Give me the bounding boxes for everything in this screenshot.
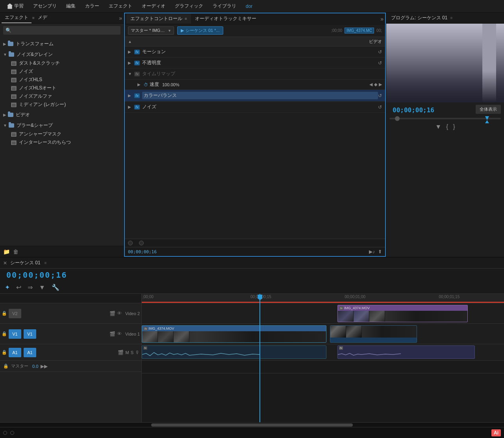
sequence-tab[interactable]: ▶ シーケンス 01 *... xyxy=(177,26,223,35)
fx-badge-timeremap: fx xyxy=(134,72,140,76)
sequence-menu-icon[interactable]: ≡ xyxy=(44,261,47,265)
status-circle-2[interactable] xyxy=(10,431,14,435)
v2-label-box: V2 xyxy=(9,309,21,318)
master-lock-icon[interactable]: 🔒 xyxy=(3,364,9,369)
clip-v1-img4374[interactable]: fx IMG_4374.MOV xyxy=(142,325,326,343)
tc-playhead-line xyxy=(259,294,260,422)
menu-item-dor[interactable]: dor xyxy=(242,2,256,11)
menu-item-library[interactable]: ライブラリ xyxy=(209,1,240,11)
speed-next[interactable]: ▶ xyxy=(379,82,382,87)
v2-track-name: Video 2 xyxy=(125,311,140,316)
fx-expand-motion[interactable]: ▶ xyxy=(128,50,133,54)
play-audio-btn[interactable]: ▶♪ xyxy=(369,249,375,254)
tl-tool-select[interactable]: ✦ xyxy=(3,283,11,292)
group-header-blur[interactable]: ▼ ブラー&シャープ xyxy=(0,121,124,130)
v2-eye-icon[interactable]: 👁 xyxy=(117,310,122,316)
effects-panel: エフェクト ≡ メデ » ▶ トランスフォーム ▼ ノイ xyxy=(0,13,124,257)
search-input[interactable] xyxy=(3,26,120,35)
menu-item-graphics[interactable]: グラフィック xyxy=(171,1,207,11)
playback-slider[interactable] xyxy=(389,118,501,119)
fx-row-noise[interactable]: ▶ fx ノイズ ↺ xyxy=(125,102,385,113)
center-panel-expand[interactable]: » xyxy=(380,16,384,22)
group-header-video[interactable]: ▶ ビデオ xyxy=(0,110,124,119)
tab-effects[interactable]: エフェクト xyxy=(2,13,32,23)
timeline-scrollbar[interactable] xyxy=(0,422,504,427)
group-header-transform[interactable]: ▶ トランスフォーム xyxy=(0,39,124,48)
a1-lock-icon[interactable]: 🔒 xyxy=(2,350,7,355)
clip-a1-1[interactable]: fx xyxy=(142,345,326,359)
clip-a1-2[interactable]: fx xyxy=(337,345,475,359)
ai-badge[interactable]: Ai xyxy=(491,429,501,436)
fx-expand-timeremap[interactable]: ▼ xyxy=(128,72,133,76)
a1-mic-icon[interactable]: 🎙 xyxy=(135,350,140,355)
collapse-arrow-video[interactable]: ▲ xyxy=(128,39,132,44)
clip-v1-img4374-b[interactable] xyxy=(330,325,417,343)
prog-trim-in-btn[interactable]: { xyxy=(446,123,448,130)
v1-clip-b-thumbnail xyxy=(330,326,417,338)
fx-row-opacity[interactable]: ▶ fx 不透明度 ↺ xyxy=(125,58,385,69)
fx-expand-noise[interactable]: ▶ xyxy=(128,105,133,109)
effect-noise[interactable]: ノイズ xyxy=(0,67,124,76)
fit-button[interactable]: 全体表示 xyxy=(476,105,501,114)
effect-noise-hls-auto[interactable]: ノイズHLSオート xyxy=(0,84,124,92)
new-folder-btn[interactable]: 📁 xyxy=(3,249,10,255)
export-btn[interactable]: ⬆ xyxy=(378,249,382,254)
tab-audio-mixer[interactable]: オーディオトラックミキサー xyxy=(191,14,260,24)
panel-expand-icon[interactable]: » xyxy=(119,15,122,21)
tl-tool-wrench[interactable]: 🔧 xyxy=(50,283,61,292)
clip-v2-img4374[interactable]: fx IMG_4374.MOV xyxy=(337,305,468,322)
a1-label-box-outer: A1 xyxy=(9,348,21,357)
menu-item-color[interactable]: カラー xyxy=(81,1,103,11)
tab-effect-controls[interactable]: エフェクトコントロール ≡ xyxy=(126,14,191,24)
tab-program-monitor[interactable]: プログラム: シーケンス 01 ≡ xyxy=(388,13,456,23)
fx-reset-opacity[interactable]: ↺ xyxy=(378,60,382,66)
tl-tool-trim[interactable]: ↩ xyxy=(15,283,23,292)
effect-noise-hls[interactable]: ノイズHLS xyxy=(0,76,124,84)
source-dropdown-arrow: ▼ xyxy=(168,29,171,33)
prog-trim-out-btn[interactable]: } xyxy=(453,123,455,130)
source-header: マスター * IMG_4374... ▼ ▶ シーケンス 01 *... ;00… xyxy=(125,24,385,37)
a1-m-btn[interactable]: M xyxy=(125,350,129,355)
delete-btn[interactable]: 🗑 xyxy=(13,249,19,255)
speed-keyframe[interactable]: ◆ xyxy=(374,82,377,87)
effect-interlace[interactable]: インターレースのちらつ xyxy=(0,138,124,147)
group-header-noise[interactable]: ▼ ノイズ&グレイン xyxy=(0,50,124,59)
menu-item-audio[interactable]: オーディオ xyxy=(138,1,169,11)
effect-controls-menu[interactable]: ≡ xyxy=(185,17,187,21)
fx-reset-colorbalance[interactable]: ↺ xyxy=(378,93,382,98)
v1-eye-icon[interactable]: 👁 xyxy=(117,331,122,337)
menu-item-effects[interactable]: エフェクト xyxy=(105,1,136,11)
v2-lock-icon[interactable]: 🔒 xyxy=(2,311,7,316)
tl-tool-ripple[interactable]: ⇒ xyxy=(26,283,34,292)
fx-row-motion[interactable]: ▶ fx モーション ↺ xyxy=(125,46,385,58)
menu-item-assembly[interactable]: アセンブリ xyxy=(29,1,61,11)
fx-reset-noise[interactable]: ↺ xyxy=(378,104,382,110)
effect-noise-alpha[interactable]: ノイズアルファ xyxy=(0,92,124,100)
fx-reset-motion[interactable]: ↺ xyxy=(378,49,382,55)
fx-expand-opacity[interactable]: ▶ xyxy=(128,61,133,65)
master-track-header: 🔒 マスター 0.0 ▶▶ xyxy=(0,361,141,372)
menu-item-edit[interactable]: 編集 xyxy=(62,1,80,11)
status-circle-1[interactable] xyxy=(3,431,7,435)
v1-lock-icon[interactable]: 🔒 xyxy=(2,331,7,336)
tab-media[interactable]: メデ xyxy=(35,13,50,23)
effect-dust-scratch[interactable]: ダスト&スクラッチ xyxy=(0,59,124,67)
fx-expand-colorbalance[interactable]: ▶ xyxy=(128,93,133,98)
master-send-btn[interactable]: ▶▶ xyxy=(41,364,48,369)
effect-unsharp[interactable]: アンシャープマスク xyxy=(0,130,124,138)
speed-prev[interactable]: ◀ xyxy=(369,82,372,87)
close-sequence-btn[interactable]: ✕ xyxy=(3,260,7,266)
fx-row-timeremap[interactable]: ▼ fx タイムリマップ xyxy=(125,69,385,80)
menu-item-home[interactable]: 学習 xyxy=(3,1,28,11)
a1-s-btn[interactable]: S xyxy=(131,350,133,355)
tl-tool-marker[interactable]: ▼ xyxy=(37,283,47,292)
tl-scroll-thumb[interactable] xyxy=(151,423,353,427)
program-monitor-menu[interactable]: ≡ xyxy=(450,16,453,20)
program-preview xyxy=(386,24,504,102)
prog-marker-btn[interactable]: ▼ xyxy=(435,123,441,130)
effect-median[interactable]: ミディアン (レガシー) xyxy=(0,100,124,109)
timecode-start: ;00;00 xyxy=(331,28,342,33)
fx-row-colorbalance[interactable]: ▶ fx カラーバランス ↺ xyxy=(125,90,385,102)
fx-expand-speed[interactable]: ▶ xyxy=(137,82,142,87)
source-selector[interactable]: マスター * IMG_4374... ▼ xyxy=(128,26,174,35)
